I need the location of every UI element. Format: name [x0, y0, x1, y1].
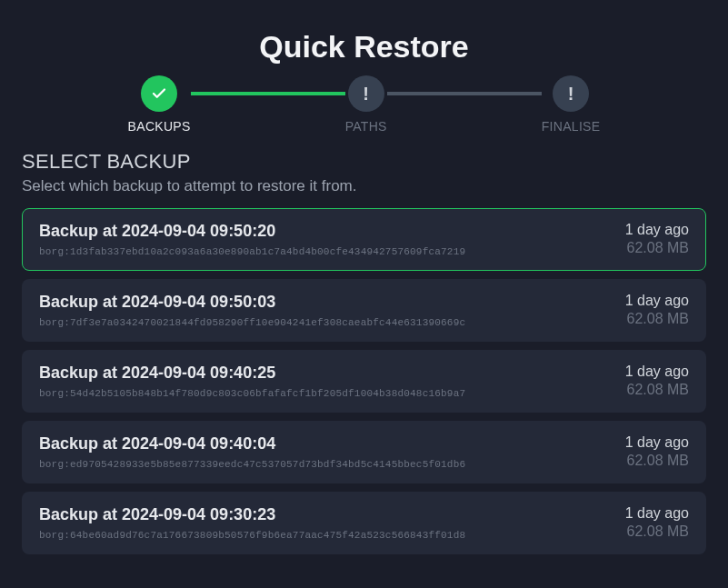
backup-item[interactable]: Backup at 2024-09-04 09:40:04borg:ed9705…: [22, 421, 706, 483]
step-connector: [191, 92, 345, 95]
backup-item-hash: borg:54d42b5105b848b14f780d9c803c06bfafa…: [39, 388, 465, 399]
backup-item-info: Backup at 2024-09-04 09:40:25borg:54d42b…: [39, 364, 465, 399]
step-backups[interactable]: BACKUPS: [128, 75, 191, 134]
step-finalise[interactable]: ! FINALISE: [542, 75, 601, 134]
backup-item-size: 62.08 MB: [627, 453, 689, 469]
backup-item-info: Backup at 2024-09-04 09:50:20borg:1d3fab…: [39, 222, 465, 257]
section-subtitle: Select which backup to attempt to restor…: [22, 177, 706, 195]
backup-item-hash: borg:ed9705428933e5b85e877339eedc47c5370…: [39, 459, 465, 470]
backup-item-age: 1 day ago: [625, 505, 689, 522]
backup-item[interactable]: Backup at 2024-09-04 09:30:23borg:64be60…: [22, 492, 706, 554]
backup-item-age: 1 day ago: [625, 364, 689, 380]
backup-item-hash: borg:7df3e7a0342470021844fd958290ff10e90…: [39, 317, 465, 328]
backup-item-meta: 1 day ago62.08 MB: [625, 434, 689, 469]
backup-item-info: Backup at 2024-09-04 09:40:04borg:ed9705…: [39, 434, 465, 470]
step-connector: [387, 92, 542, 95]
backup-list: Backup at 2024-09-04 09:50:20borg:1d3fab…: [22, 208, 706, 554]
backup-item-meta: 1 day ago62.08 MB: [625, 222, 689, 256]
backup-item-meta: 1 day ago62.08 MB: [625, 364, 689, 398]
backup-item-size: 62.08 MB: [627, 311, 689, 327]
backup-item-title: Backup at 2024-09-04 09:30:23: [39, 505, 465, 524]
backup-item-title: Backup at 2024-09-04 09:40:25: [39, 364, 465, 383]
backup-item-size: 62.08 MB: [627, 382, 689, 398]
section-title: SELECT BACKUP: [22, 150, 706, 174]
backup-item[interactable]: Backup at 2024-09-04 09:40:25borg:54d42b…: [22, 350, 706, 413]
step-label: FINALISE: [542, 119, 601, 134]
backup-item-info: Backup at 2024-09-04 09:30:23borg:64be60…: [39, 505, 465, 541]
exclaim-icon: !: [348, 75, 384, 112]
step-paths[interactable]: ! PATHS: [345, 75, 387, 134]
backup-item-hash: borg:1d3fab337ebd10a2c093a6a30e890ab1c7a…: [39, 246, 465, 257]
backup-item-age: 1 day ago: [625, 222, 689, 238]
backup-item-age: 1 day ago: [625, 434, 689, 451]
backup-item-title: Backup at 2024-09-04 09:40:04: [39, 434, 465, 453]
backup-item[interactable]: Backup at 2024-09-04 09:50:03borg:7df3e7…: [22, 279, 706, 342]
backup-item-meta: 1 day ago62.08 MB: [625, 505, 689, 540]
backup-item-title: Backup at 2024-09-04 09:50:03: [39, 293, 465, 312]
step-label: PATHS: [345, 119, 387, 134]
backup-item-info: Backup at 2024-09-04 09:50:03borg:7df3e7…: [39, 293, 465, 328]
backup-item-hash: borg:64be60ad9d76c7a176673809b50576f9b6e…: [39, 530, 465, 541]
exclaim-icon: !: [553, 75, 589, 112]
backup-item-size: 62.08 MB: [627, 240, 689, 256]
backup-item-size: 62.08 MB: [627, 523, 689, 540]
backup-item-meta: 1 day ago62.08 MB: [625, 293, 689, 327]
step-label: BACKUPS: [128, 119, 191, 134]
page-title: Quick Restore: [0, 0, 728, 75]
check-icon: [141, 75, 177, 112]
backup-item[interactable]: Backup at 2024-09-04 09:50:20borg:1d3fab…: [22, 208, 706, 271]
backup-item-age: 1 day ago: [625, 293, 689, 309]
backup-item-title: Backup at 2024-09-04 09:50:20: [39, 222, 465, 241]
wizard-stepper: BACKUPS ! PATHS ! FINALISE: [0, 75, 728, 134]
